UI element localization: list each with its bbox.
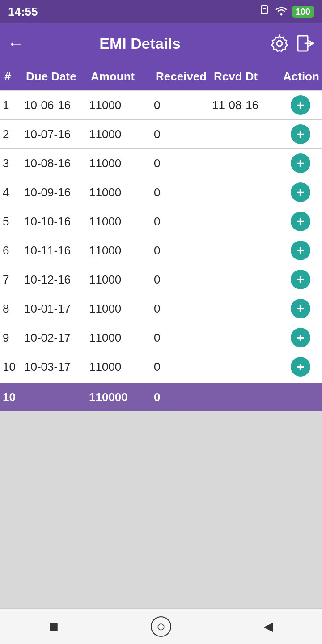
- back-nav-icon: ◄: [260, 617, 276, 636]
- home-button[interactable]: ○: [143, 613, 179, 640]
- cell-num: 3: [0, 152, 21, 175]
- cell-received: 0: [151, 210, 209, 233]
- battery-level: 100: [292, 6, 314, 18]
- add-payment-button[interactable]: +: [291, 357, 310, 377]
- cell-due-date: 10-08-16: [21, 152, 86, 175]
- nav-bar: ■ ○ ◄: [0, 608, 322, 644]
- cell-action: +: [279, 149, 322, 178]
- wifi-icon: [275, 5, 288, 19]
- summary-count: 10: [0, 386, 21, 409]
- cell-rcvd-dt: [209, 333, 279, 342]
- settings-button[interactable]: [270, 34, 289, 53]
- cell-num: 6: [0, 239, 21, 262]
- table-row: 4 10-09-16 11000 0 +: [0, 178, 322, 207]
- add-payment-button[interactable]: +: [291, 153, 310, 173]
- table-body: 1 10-06-16 11000 0 11-08-16 + 2 10-07-16…: [0, 91, 322, 383]
- cell-amount: 11000: [86, 152, 151, 175]
- table-row: 6 10-11-16 11000 0 +: [0, 236, 322, 265]
- add-payment-button[interactable]: +: [291, 328, 310, 347]
- cell-due-date: 10-03-17: [21, 356, 86, 378]
- cell-due-date: 10-10-16: [21, 210, 86, 233]
- add-payment-button[interactable]: +: [291, 241, 310, 260]
- table-row: 9 10-02-17 11000 0 +: [0, 323, 322, 352]
- table-row: 8 10-01-17 11000 0 +: [0, 294, 322, 323]
- cell-num: 4: [0, 181, 21, 204]
- cell-amount: 11000: [86, 181, 151, 204]
- cell-amount: 11000: [86, 94, 151, 117]
- add-payment-button[interactable]: +: [291, 212, 310, 231]
- cell-received: 0: [151, 152, 209, 175]
- sim-icon: [260, 5, 271, 19]
- col-received: Received: [153, 70, 211, 84]
- cell-action: +: [279, 120, 322, 148]
- summary-total-amount: 110000: [86, 386, 151, 409]
- col-rcvd-dt: Rcvd Dt: [211, 70, 280, 84]
- add-payment-button[interactable]: +: [291, 182, 310, 202]
- add-payment-button[interactable]: +: [291, 299, 310, 318]
- cell-action: +: [279, 323, 322, 352]
- cell-rcvd-dt: [209, 246, 279, 255]
- col-due-date: Due Date: [23, 70, 88, 84]
- cell-action: +: [279, 178, 322, 207]
- cell-rcvd-dt: [209, 275, 279, 284]
- status-bar: 14:55 100: [0, 0, 322, 23]
- table-row: 2 10-07-16 11000 0 +: [0, 120, 322, 149]
- cell-action: +: [279, 91, 322, 119]
- cell-received: 0: [151, 356, 209, 378]
- cell-received: 0: [151, 326, 209, 349]
- col-num: #: [2, 70, 23, 84]
- cell-action: +: [279, 207, 322, 236]
- cell-received: 0: [151, 123, 209, 146]
- app-bar-actions: [270, 34, 315, 53]
- cell-num: 7: [0, 268, 21, 291]
- back-nav-button[interactable]: ◄: [250, 613, 286, 640]
- summary-due-date: [21, 393, 86, 402]
- cell-rcvd-dt: [209, 304, 279, 313]
- cell-rcvd-dt: [209, 362, 279, 371]
- cell-num: 8: [0, 297, 21, 320]
- summary-total-received: 0: [151, 386, 209, 409]
- cell-received: 0: [151, 181, 209, 204]
- empty-area: [0, 411, 322, 608]
- col-amount: Amount: [88, 70, 153, 84]
- logout-button[interactable]: [296, 34, 315, 53]
- logout-icon: [296, 34, 315, 53]
- add-payment-button[interactable]: +: [291, 270, 310, 289]
- cell-num: 5: [0, 210, 21, 233]
- cell-action: +: [279, 294, 322, 323]
- cell-due-date: 10-12-16: [21, 268, 86, 291]
- cell-due-date: 10-11-16: [21, 239, 86, 262]
- table-row: 7 10-12-16 11000 0 +: [0, 265, 322, 294]
- gear-icon: [270, 34, 289, 53]
- stop-button[interactable]: ■: [36, 613, 72, 640]
- cell-amount: 11000: [86, 123, 151, 146]
- cell-due-date: 10-07-16: [21, 123, 86, 146]
- add-payment-button[interactable]: +: [291, 95, 310, 115]
- cell-amount: 11000: [86, 239, 151, 262]
- table-row: 10 10-03-17 11000 0 +: [0, 352, 322, 381]
- table-header: # Due Date Amount Received Rcvd Dt Actio…: [0, 64, 322, 91]
- cell-rcvd-dt: [209, 217, 279, 226]
- cell-amount: 11000: [86, 326, 151, 349]
- cell-rcvd-dt: [209, 159, 279, 168]
- status-time: 14:55: [8, 5, 38, 19]
- app-bar: ← EMI Details: [0, 23, 322, 64]
- svg-rect-0: [261, 6, 267, 14]
- table-row: 1 10-06-16 11000 0 11-08-16 +: [0, 91, 322, 120]
- cell-received: 0: [151, 268, 209, 291]
- cell-amount: 11000: [86, 268, 151, 291]
- cell-num: 1: [0, 94, 21, 117]
- col-action: Action: [280, 70, 322, 84]
- cell-action: +: [279, 236, 322, 265]
- cell-num: 10: [0, 356, 21, 378]
- svg-rect-1: [263, 8, 266, 9]
- add-payment-button[interactable]: +: [291, 124, 310, 144]
- cell-amount: 11000: [86, 297, 151, 320]
- cell-rcvd-dt: [209, 130, 279, 139]
- cell-due-date: 10-06-16: [21, 94, 86, 117]
- status-icons: 100: [260, 5, 314, 19]
- cell-num: 2: [0, 123, 21, 146]
- cell-rcvd-dt: [209, 188, 279, 197]
- cell-due-date: 10-01-17: [21, 297, 86, 320]
- summary-rcvd-dt: [209, 393, 279, 402]
